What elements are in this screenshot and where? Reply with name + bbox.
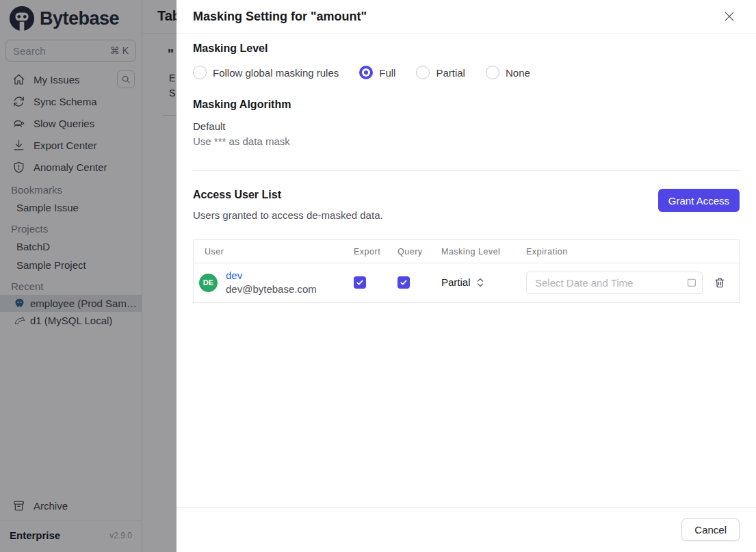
user-identity: dev dev@bytebase.com: [226, 269, 317, 297]
check-icon: [400, 278, 408, 287]
masking-level-select[interactable]: Partial: [441, 276, 484, 288]
column-header-export: Export: [343, 240, 387, 263]
modal-title: Masking Setting for "amount": [193, 10, 367, 24]
close-icon: [722, 10, 736, 23]
masking-level-radio-group: Follow global masking rules Full Partial…: [193, 66, 740, 79]
check-icon: [356, 278, 364, 287]
masking-level-cell: Partial: [430, 263, 515, 302]
access-user-list-header: Access User List Users granted to access…: [193, 189, 740, 221]
grant-access-button[interactable]: Grant Access: [658, 189, 740, 212]
modal-footer: Cancel: [177, 507, 756, 552]
user-cell: DE dev dev@bytebase.com: [194, 263, 343, 302]
table-header-row: User Export Query Masking Level Expirati…: [194, 240, 739, 263]
cancel-button[interactable]: Cancel: [681, 518, 740, 541]
masking-level-heading: Masking Level: [193, 42, 740, 55]
radio-full[interactable]: Full: [359, 66, 395, 79]
table-row: DE dev dev@bytebase.com: [194, 263, 739, 302]
access-user-table: User Export Query Masking Level Expirati…: [194, 240, 739, 302]
modal-scrim[interactable]: [0, 0, 177, 552]
access-user-table-container: User Export Query Masking Level Expirati…: [193, 239, 740, 303]
radio-label: Partial: [436, 67, 465, 79]
radio-label: None: [506, 67, 530, 79]
trash-icon: [714, 276, 726, 289]
radio-circle-icon: [416, 66, 430, 79]
column-header-expiration: Expiration: [515, 240, 739, 263]
radio-partial[interactable]: Partial: [416, 66, 465, 79]
delete-access-button[interactable]: [713, 276, 726, 289]
column-header-user: User: [194, 240, 343, 263]
masking-algorithm-value: Default: [193, 120, 740, 132]
avatar: DE: [199, 274, 218, 292]
radio-circle-icon: [359, 66, 373, 79]
export-cell: [343, 263, 387, 302]
access-user-list-heading: Access User List: [193, 189, 383, 201]
radio-circle-icon: [193, 66, 207, 79]
user-email: dev@bytebase.com: [226, 282, 317, 296]
masking-level-value: Partial: [441, 276, 471, 288]
column-header-query: Query: [387, 240, 430, 263]
query-checkbox[interactable]: [397, 276, 410, 289]
chevron-up-down-icon: [476, 278, 484, 287]
access-user-list-titles: Access User List Users granted to access…: [193, 189, 383, 221]
date-input-wrap: [526, 272, 703, 294]
close-button[interactable]: [722, 10, 737, 25]
access-user-list-subtitle: Users granted to access de-masked data.: [193, 209, 383, 221]
radio-circle-icon: [486, 66, 499, 79]
export-checkbox[interactable]: [354, 276, 366, 289]
app-screen: Bytebase Search ⌘ K My Issues Sync Schem…: [0, 0, 756, 552]
masking-setting-modal: Masking Setting for "amount" Masking Lev…: [177, 0, 756, 552]
section-divider: [193, 170, 740, 171]
column-header-masking-level: Masking Level: [430, 240, 515, 263]
radio-follow-global-rules[interactable]: Follow global masking rules: [193, 66, 339, 79]
modal-header: Masking Setting for "amount": [177, 0, 756, 34]
expiration-cell: [515, 263, 739, 302]
radio-label: Full: [379, 67, 395, 79]
masking-algorithm-description: Use *** as data mask: [193, 135, 740, 147]
user-name-link[interactable]: dev: [226, 269, 317, 282]
masking-algorithm-heading: Masking Algorithm: [193, 98, 740, 111]
radio-none[interactable]: None: [486, 66, 530, 79]
query-cell: [387, 263, 430, 302]
modal-body: Masking Level Follow global masking rule…: [177, 34, 756, 507]
radio-label: Follow global masking rules: [213, 67, 339, 79]
expiration-date-input[interactable]: [526, 272, 703, 294]
